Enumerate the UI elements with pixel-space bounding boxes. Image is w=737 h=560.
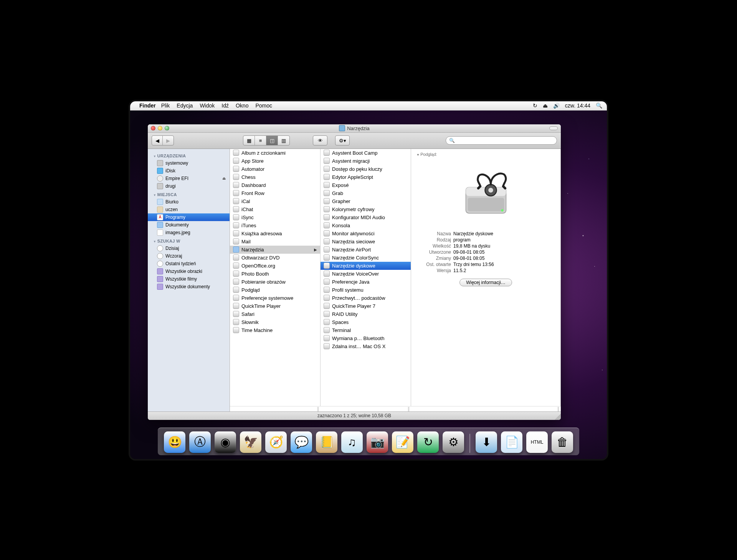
list-item[interactable]: Pobieranie obrazów [230, 278, 320, 286]
eject-status-icon[interactable]: ⏏ [543, 102, 548, 109]
list-item[interactable]: OpenOffice.org [230, 262, 320, 270]
list-item[interactable]: Spaces [321, 318, 411, 326]
list-item[interactable]: RAID Utility [321, 310, 411, 318]
dock-timemachine[interactable]: ↻ [417, 431, 439, 453]
dock-photobooth[interactable]: 📷 [367, 431, 388, 453]
menu-edit[interactable]: Edycja [177, 102, 193, 109]
list-item[interactable]: Exposé [321, 181, 411, 189]
list-item[interactable]: Kolorymetr cyfrowy [321, 205, 411, 213]
clock[interactable]: czw. 14:44 [565, 102, 590, 109]
list-item[interactable]: Automator [230, 165, 320, 173]
app-menu[interactable]: Finder [139, 102, 156, 109]
dock-trash[interactable]: 🗑 [552, 431, 573, 453]
menu-file[interactable]: Plik [161, 102, 170, 109]
list-item[interactable]: Podgląd [230, 286, 320, 294]
sidebar-item-wszystkie-dokumenty[interactable]: Wszystkie dokumenty [148, 283, 230, 291]
menu-window[interactable]: Okno [236, 102, 248, 109]
list-item[interactable]: Narzędzia▶ [230, 246, 320, 254]
list-item[interactable]: iTunes [230, 221, 320, 230]
sidebar-item-wszystkie-obrazki[interactable]: Wszystkie obrazki [148, 268, 230, 275]
list-item[interactable]: Preferencje systemowe [230, 294, 320, 302]
sidebar-item-dzisiaj[interactable]: Dzisiaj [148, 244, 230, 252]
dock-appstore[interactable]: Ⓐ [189, 431, 211, 453]
list-item[interactable]: iCal [230, 197, 320, 205]
timemachine-status-icon[interactable]: ↻ [533, 102, 537, 109]
preview-header[interactable]: Podgląd: [416, 152, 555, 157]
list-item[interactable]: iSync [230, 213, 320, 221]
dock-addressbook[interactable]: 📒 [316, 431, 337, 453]
titlebar[interactable]: Narzędzia [148, 124, 561, 133]
dock-documents[interactable]: 📄 [501, 431, 522, 453]
dock-dashboard[interactable]: ◉ [215, 431, 236, 453]
list-item[interactable]: Preferencje Java [321, 278, 411, 286]
dock-stickies[interactable]: 📝 [392, 431, 413, 453]
sidebar-item-biurko[interactable]: Biurko [148, 198, 230, 206]
dock-itunes[interactable]: ♫ [341, 431, 363, 453]
list-item[interactable]: Terminal [321, 326, 411, 334]
dock-mail[interactable]: 🦅 [240, 431, 261, 453]
sidebar-item-dokumenty[interactable]: Dokumenty [148, 221, 230, 229]
list-item[interactable]: Narzędzie dyskowe [321, 262, 411, 270]
list-item[interactable]: Edytor AppleScript [321, 173, 411, 181]
spotlight-icon[interactable]: 🔍 [596, 102, 602, 109]
list-item[interactable]: Konfigurator MIDI Audio [321, 213, 411, 221]
list-item[interactable]: Narzędzie VoiceOver [321, 270, 411, 278]
column-1-resize[interactable]: ║ [230, 406, 321, 411]
dock-ichat[interactable]: 💬 [291, 431, 312, 453]
sidebar-item-wczoraj[interactable]: Wczoraj [148, 252, 230, 260]
sidebar-item-programy[interactable]: Programy [148, 213, 230, 221]
menu-view[interactable]: Widok [200, 102, 215, 109]
dock-safari[interactable]: 🧭 [265, 431, 287, 453]
list-item[interactable]: Mail [230, 238, 320, 246]
list-item[interactable]: Przechwyt… podcastów [321, 294, 411, 302]
dock-html[interactable]: HTML [526, 431, 548, 453]
dock-downloads[interactable]: ⬇ [476, 431, 497, 453]
column-2-resize[interactable]: ║ [321, 406, 411, 411]
list-item[interactable]: Dostęp do pęku kluczy [321, 165, 411, 173]
list-item[interactable]: QuickTime Player [230, 302, 320, 310]
view-list-button[interactable]: ≡ [255, 136, 266, 145]
sidebar-item-uczen[interactable]: uczen [148, 206, 230, 213]
forward-button[interactable]: ▶ [163, 136, 174, 145]
zoom-button[interactable] [165, 126, 169, 131]
list-item[interactable]: Narzędzia sieciowe [321, 238, 411, 246]
sidebar-search-header[interactable]: SZUKAJ W [148, 236, 230, 244]
back-button[interactable]: ◀ [152, 136, 163, 145]
list-item[interactable]: Dashboard [230, 181, 320, 189]
list-item[interactable]: Profil systemu [321, 286, 411, 294]
sidebar-item-systemowy[interactable]: systemowy [148, 159, 230, 167]
view-columns-button[interactable]: ◫ [266, 136, 278, 145]
eject-icon[interactable]: ⏏ [222, 176, 226, 180]
menu-help[interactable]: Pomoc [255, 102, 272, 109]
menu-go[interactable]: Idź [221, 102, 229, 109]
close-button[interactable] [151, 126, 155, 131]
view-coverflow-button[interactable]: ▥ [278, 136, 289, 145]
sidebar-item-idisk[interactable]: iDisk [148, 167, 230, 175]
list-item[interactable]: App Store [230, 157, 320, 165]
volume-status-icon[interactable]: 🔊 [553, 102, 560, 109]
list-item[interactable]: Album z czcionkami [230, 149, 320, 157]
list-item[interactable]: Asystent migracji [321, 157, 411, 165]
list-item[interactable]: Książka adresowa [230, 230, 320, 238]
sidebar-item-empire-efi[interactable]: Empire EFI⏏ [148, 175, 230, 182]
list-item[interactable]: Photo Booth [230, 270, 320, 278]
sidebar-item-drugi[interactable]: drugi [148, 182, 230, 190]
minimize-button[interactable] [158, 126, 162, 131]
list-item[interactable]: Odtwarzacz DVD [230, 254, 320, 262]
sidebar-places-header[interactable]: MIEJSCA [148, 190, 230, 198]
list-item[interactable]: Time Machine [230, 326, 320, 334]
list-item[interactable]: QuickTime Player 7 [321, 302, 411, 310]
search-input[interactable]: 🔍 [446, 136, 557, 145]
quicklook-button[interactable]: 👁 [313, 136, 327, 145]
list-item[interactable]: Grapher [321, 197, 411, 205]
column-3-resize[interactable]: ║ [411, 406, 561, 411]
action-menu-button[interactable]: ⚙▾ [335, 136, 349, 145]
more-info-button[interactable]: Więcej informacji… [459, 279, 512, 286]
column-2[interactable]: Asystent Boot CampAsystent migracjiDostę… [321, 149, 411, 406]
list-item[interactable]: Konsola [321, 221, 411, 230]
window-resize-grip[interactable] [555, 414, 561, 420]
toolbar-toggle-button[interactable] [549, 126, 558, 130]
list-item[interactable]: Wymiana p… Bluetooth [321, 334, 411, 342]
sidebar-devices-header[interactable]: URZĄDZENIA [148, 151, 230, 159]
list-item[interactable]: Narzędzie AirPort [321, 246, 411, 254]
